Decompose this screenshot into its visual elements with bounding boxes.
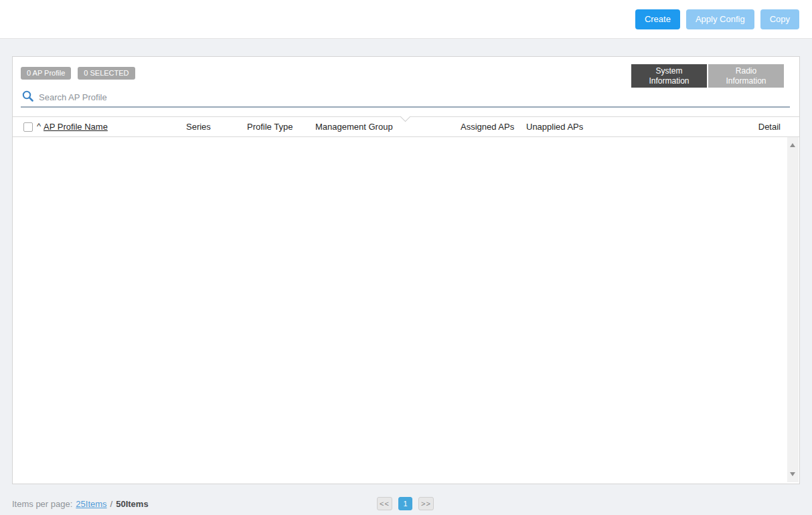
items-per-page-label: Items per page: (12, 499, 72, 509)
top-action-bar: Create Apply Config Copy (0, 0, 812, 39)
search-bar (21, 88, 790, 108)
chevron-down-notch-icon (400, 112, 411, 122)
pagination: << 1 >> (377, 497, 434, 510)
column-header-ap-profile-name[interactable]: AP Profile Name (44, 117, 108, 137)
search-icon (22, 90, 33, 102)
scroll-up-icon[interactable] (790, 143, 795, 147)
column-header-series: Series (186, 117, 211, 137)
items-per-page-25-link[interactable]: 25Items (76, 499, 106, 509)
pagination-next-button[interactable]: >> (418, 497, 434, 510)
information-tabs: System Information Radio Information (631, 64, 784, 88)
ap-profile-panel: 0 AP Profile 0 SELECTED System Informati… (12, 56, 800, 484)
items-per-page: Items per page: 25Items / 50Items (12, 499, 149, 509)
search-input[interactable] (39, 89, 790, 105)
count-badges: 0 AP Profile 0 SELECTED (21, 67, 135, 80)
ap-profile-count-badge: 0 AP Profile (21, 67, 71, 80)
scroll-down-icon[interactable] (790, 472, 795, 476)
table-body-empty (13, 137, 799, 484)
pagination-prev-button[interactable]: << (377, 497, 392, 510)
items-per-page-separator: / (110, 499, 113, 509)
column-header-assigned-aps: Assigned APs (461, 117, 514, 137)
items-per-page-50-selected: 50Items (116, 499, 148, 509)
column-header-detail: Detail (758, 117, 781, 137)
column-header-unapplied-aps: Unapplied APs (526, 117, 583, 137)
column-header-management-group: Management Group (315, 117, 393, 137)
tab-radio-information[interactable]: Radio Information (708, 64, 784, 88)
column-header-profile-type: Profile Type (247, 117, 293, 137)
sort-asc-icon[interactable]: ^ (37, 117, 41, 136)
pagination-page-1-button[interactable]: 1 (398, 497, 412, 510)
table-header: ^ AP Profile Name Series Profile Type Ma… (13, 116, 799, 137)
table-scrollbar[interactable] (787, 137, 799, 482)
selected-count-badge: 0 SELECTED (78, 67, 135, 80)
create-button[interactable]: Create (635, 9, 680, 29)
apply-config-button[interactable]: Apply Config (686, 9, 754, 29)
tab-system-information[interactable]: System Information (631, 64, 707, 88)
copy-button[interactable]: Copy (760, 9, 799, 29)
select-all-checkbox[interactable] (23, 122, 33, 132)
